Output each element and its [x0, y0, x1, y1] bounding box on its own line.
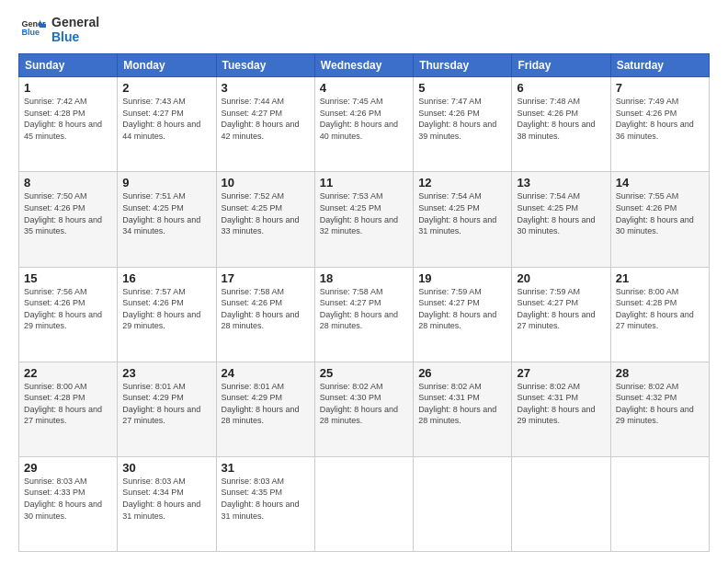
empty-cell	[414, 456, 512, 551]
day-cell-29: 29Sunrise: 8:03 AM Sunset: 4:33 PM Dayli…	[19, 456, 118, 551]
day-cell-31: 31Sunrise: 8:03 AM Sunset: 4:35 PM Dayli…	[216, 456, 314, 551]
weekday-header-friday: Friday	[512, 54, 610, 77]
weekday-header-row: SundayMondayTuesdayWednesdayThursdayFrid…	[19, 54, 710, 77]
week-row-4: 22Sunrise: 8:00 AM Sunset: 4:28 PM Dayli…	[19, 362, 710, 456]
day-number: 29	[24, 461, 112, 475]
day-number: 25	[320, 366, 408, 380]
day-number: 7	[616, 81, 704, 95]
day-number: 21	[616, 271, 704, 285]
day-cell-8: 8Sunrise: 7:50 AM Sunset: 4:26 PM Daylig…	[19, 172, 118, 267]
day-info: Sunrise: 7:53 AM Sunset: 4:25 PM Dayligh…	[320, 190, 408, 236]
day-number: 19	[418, 271, 506, 285]
logo: General Blue General Blue	[18, 15, 99, 44]
day-info: Sunrise: 7:58 AM Sunset: 4:26 PM Dayligh…	[222, 286, 310, 332]
day-cell-20: 20Sunrise: 7:59 AM Sunset: 4:27 PM Dayli…	[512, 267, 610, 362]
day-info: Sunrise: 7:57 AM Sunset: 4:26 PM Dayligh…	[122, 286, 210, 332]
day-number: 16	[122, 271, 210, 285]
day-number: 1	[24, 81, 112, 95]
day-number: 20	[517, 271, 605, 285]
day-cell-18: 18Sunrise: 7:58 AM Sunset: 4:27 PM Dayli…	[314, 267, 413, 362]
svg-marker-3	[42, 24, 46, 28]
day-number: 27	[517, 366, 605, 380]
day-info: Sunrise: 7:44 AM Sunset: 4:27 PM Dayligh…	[222, 96, 310, 142]
day-info: Sunrise: 7:52 AM Sunset: 4:25 PM Dayligh…	[222, 190, 310, 236]
logo-general: General	[51, 15, 99, 29]
day-number: 12	[418, 176, 506, 190]
day-info: Sunrise: 8:03 AM Sunset: 4:33 PM Dayligh…	[24, 476, 112, 522]
day-info: Sunrise: 7:48 AM Sunset: 4:26 PM Dayligh…	[517, 96, 605, 142]
day-number: 31	[222, 461, 310, 475]
day-info: Sunrise: 7:56 AM Sunset: 4:26 PM Dayligh…	[24, 286, 112, 332]
day-info: Sunrise: 7:55 AM Sunset: 4:26 PM Dayligh…	[616, 190, 704, 236]
day-cell-13: 13Sunrise: 7:54 AM Sunset: 4:25 PM Dayli…	[512, 172, 610, 267]
week-row-3: 15Sunrise: 7:56 AM Sunset: 4:26 PM Dayli…	[19, 267, 710, 362]
day-cell-17: 17Sunrise: 7:58 AM Sunset: 4:26 PM Dayli…	[216, 267, 314, 362]
week-row-1: 1Sunrise: 7:42 AM Sunset: 4:28 PM Daylig…	[19, 77, 710, 172]
day-info: Sunrise: 7:51 AM Sunset: 4:25 PM Dayligh…	[122, 190, 210, 236]
day-cell-24: 24Sunrise: 8:01 AM Sunset: 4:29 PM Dayli…	[216, 362, 314, 456]
day-info: Sunrise: 8:02 AM Sunset: 4:31 PM Dayligh…	[517, 381, 605, 427]
week-row-2: 8Sunrise: 7:50 AM Sunset: 4:26 PM Daylig…	[19, 172, 710, 267]
empty-cell	[610, 456, 709, 551]
day-cell-30: 30Sunrise: 8:03 AM Sunset: 4:34 PM Dayli…	[118, 456, 216, 551]
day-cell-2: 2Sunrise: 7:43 AM Sunset: 4:27 PM Daylig…	[118, 77, 216, 172]
day-cell-4: 4Sunrise: 7:45 AM Sunset: 4:26 PM Daylig…	[314, 77, 413, 172]
day-info: Sunrise: 8:03 AM Sunset: 4:34 PM Dayligh…	[122, 476, 210, 522]
day-cell-10: 10Sunrise: 7:52 AM Sunset: 4:25 PM Dayli…	[216, 172, 314, 267]
day-number: 13	[517, 176, 605, 190]
day-cell-9: 9Sunrise: 7:51 AM Sunset: 4:25 PM Daylig…	[118, 172, 216, 267]
day-info: Sunrise: 7:50 AM Sunset: 4:26 PM Dayligh…	[24, 190, 112, 236]
weekday-header-wednesday: Wednesday	[314, 54, 413, 77]
day-cell-6: 6Sunrise: 7:48 AM Sunset: 4:26 PM Daylig…	[512, 77, 610, 172]
day-info: Sunrise: 7:42 AM Sunset: 4:28 PM Dayligh…	[24, 96, 112, 142]
day-cell-28: 28Sunrise: 8:02 AM Sunset: 4:32 PM Dayli…	[610, 362, 709, 456]
day-cell-1: 1Sunrise: 7:42 AM Sunset: 4:28 PM Daylig…	[19, 77, 118, 172]
day-info: Sunrise: 7:49 AM Sunset: 4:26 PM Dayligh…	[616, 96, 704, 142]
day-info: Sunrise: 8:01 AM Sunset: 4:29 PM Dayligh…	[122, 381, 210, 427]
day-number: 18	[320, 271, 408, 285]
day-info: Sunrise: 8:02 AM Sunset: 4:32 PM Dayligh…	[616, 381, 704, 427]
day-number: 11	[320, 176, 408, 190]
day-info: Sunrise: 7:43 AM Sunset: 4:27 PM Dayligh…	[122, 96, 210, 142]
day-number: 28	[616, 366, 704, 380]
day-info: Sunrise: 7:58 AM Sunset: 4:27 PM Dayligh…	[320, 286, 408, 332]
day-info: Sunrise: 7:54 AM Sunset: 4:25 PM Dayligh…	[418, 190, 506, 236]
day-cell-3: 3Sunrise: 7:44 AM Sunset: 4:27 PM Daylig…	[216, 77, 314, 172]
day-info: Sunrise: 8:02 AM Sunset: 4:30 PM Dayligh…	[320, 381, 408, 427]
day-info: Sunrise: 8:01 AM Sunset: 4:29 PM Dayligh…	[222, 381, 310, 427]
day-info: Sunrise: 7:47 AM Sunset: 4:26 PM Dayligh…	[418, 96, 506, 142]
day-number: 14	[616, 176, 704, 190]
day-cell-26: 26Sunrise: 8:02 AM Sunset: 4:31 PM Dayli…	[414, 362, 512, 456]
day-info: Sunrise: 7:59 AM Sunset: 4:27 PM Dayligh…	[517, 286, 605, 332]
day-info: Sunrise: 7:45 AM Sunset: 4:26 PM Dayligh…	[320, 96, 408, 142]
svg-text:Blue: Blue	[21, 28, 40, 37]
logo-blue: Blue	[51, 29, 99, 44]
day-number: 15	[24, 271, 112, 285]
day-cell-15: 15Sunrise: 7:56 AM Sunset: 4:26 PM Dayli…	[19, 267, 118, 362]
day-cell-11: 11Sunrise: 7:53 AM Sunset: 4:25 PM Dayli…	[314, 172, 413, 267]
day-cell-22: 22Sunrise: 8:00 AM Sunset: 4:28 PM Dayli…	[19, 362, 118, 456]
logo-icon: General Blue	[20, 15, 46, 40]
day-number: 3	[222, 81, 310, 95]
empty-cell	[512, 456, 610, 551]
empty-cell	[314, 456, 413, 551]
day-info: Sunrise: 8:02 AM Sunset: 4:31 PM Dayligh…	[418, 381, 506, 427]
day-cell-23: 23Sunrise: 8:01 AM Sunset: 4:29 PM Dayli…	[118, 362, 216, 456]
week-row-5: 29Sunrise: 8:03 AM Sunset: 4:33 PM Dayli…	[19, 456, 710, 551]
day-number: 26	[418, 366, 506, 380]
calendar-table: SundayMondayTuesdayWednesdayThursdayFrid…	[18, 53, 710, 552]
day-number: 10	[222, 176, 310, 190]
day-number: 23	[122, 366, 210, 380]
day-number: 17	[222, 271, 310, 285]
day-cell-21: 21Sunrise: 8:00 AM Sunset: 4:28 PM Dayli…	[610, 267, 709, 362]
day-cell-16: 16Sunrise: 7:57 AM Sunset: 4:26 PM Dayli…	[118, 267, 216, 362]
day-number: 22	[24, 366, 112, 380]
day-number: 6	[517, 81, 605, 95]
day-number: 30	[122, 461, 210, 475]
day-cell-7: 7Sunrise: 7:49 AM Sunset: 4:26 PM Daylig…	[610, 77, 709, 172]
day-info: Sunrise: 8:00 AM Sunset: 4:28 PM Dayligh…	[24, 381, 112, 427]
day-info: Sunrise: 8:03 AM Sunset: 4:35 PM Dayligh…	[222, 476, 310, 522]
day-cell-12: 12Sunrise: 7:54 AM Sunset: 4:25 PM Dayli…	[414, 172, 512, 267]
weekday-header-thursday: Thursday	[414, 54, 512, 77]
day-number: 4	[320, 81, 408, 95]
